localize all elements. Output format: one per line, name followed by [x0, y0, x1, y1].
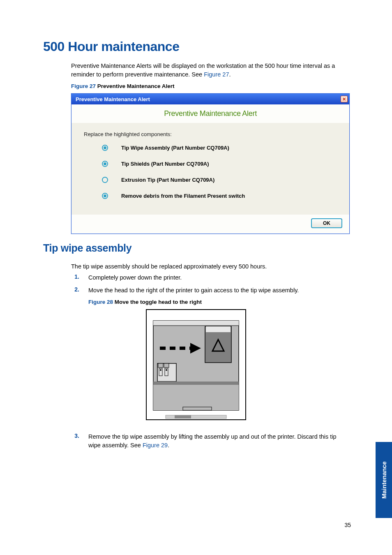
step-list: 1. Completely power down the printer. 2.…: [71, 273, 349, 295]
step-1: 1. Completely power down the printer.: [71, 273, 349, 282]
step-number: 3.: [71, 432, 79, 450]
svg-rect-2: [153, 321, 239, 326]
dialog-item-label: Remove debris from the Filament Present …: [121, 193, 245, 199]
dialog-item-tip-shields: Tip Shields (Part Number CQ709A): [102, 161, 341, 167]
step-text: Completely power down the printer.: [88, 273, 349, 282]
dialog-item-label: Tip Shields (Part Number CQ709A): [121, 161, 209, 167]
svg-rect-15: [153, 385, 239, 410]
step-3: 3. Remove the tip wipe assembly by lifti…: [71, 432, 349, 450]
figure-28-lead: Figure 28: [88, 299, 113, 305]
step-text: Move the head to the right of the printe…: [88, 286, 349, 295]
step-list-cont: 3. Remove the tip wipe assembly by lifti…: [71, 432, 349, 450]
dialog-item-label: Extrusion Tip (Part Number CQ709A): [121, 177, 214, 183]
intro-text: Preventive Maintenance Alerts will be di…: [71, 62, 335, 78]
svg-rect-8: [158, 363, 163, 368]
figure-27-lead: Figure 27: [71, 83, 96, 89]
subsection-title: Tip wipe assembly: [43, 242, 349, 254]
dialog-footer: OK: [71, 215, 349, 234]
section-tab-label: Maintenance: [380, 461, 387, 499]
figure-27-caption: Figure 27 Preventive Maintenance Alert: [71, 83, 349, 89]
dialog-body: Replace the highlighted components: Tip …: [71, 123, 349, 215]
dialog-item-tip-wipe: Tip Wipe Assembly (Part Number CQ709A): [102, 145, 341, 151]
close-icon[interactable]: ✕: [341, 96, 348, 102]
dialog-item-extrusion-tip: Extrusion Tip (Part Number CQ709A): [102, 177, 341, 183]
ok-button[interactable]: OK: [311, 219, 342, 228]
intro-tail: .: [229, 71, 231, 78]
svg-rect-9: [164, 363, 169, 368]
dialog-titlebar: Preventive Maintenance Alert ✕: [71, 94, 349, 104]
figure-27-title: Preventive Maintenance Alert: [96, 83, 175, 89]
section-title: 500 Hour maintenance: [43, 39, 349, 54]
figure-28-image: [43, 309, 349, 420]
figure-28-caption: Figure 28 Move the toggle head to the ri…: [88, 299, 349, 305]
step-2: 2. Move the head to the right of the pri…: [71, 286, 349, 295]
section-tab-maintenance: Maintenance: [376, 442, 392, 518]
svg-rect-5: [206, 326, 231, 332]
step-3-tail: .: [168, 442, 169, 449]
svg-point-12: [160, 369, 161, 371]
figure-28-title: Move the toggle head to the right: [113, 299, 202, 305]
dialog-item-remove-debris: Remove debris from the Filament Present …: [102, 193, 341, 199]
svg-rect-14: [153, 382, 239, 385]
radio-unselected-icon[interactable]: [102, 177, 108, 183]
figure-27-link[interactable]: Figure 27: [204, 71, 229, 78]
radio-selected-icon[interactable]: [102, 161, 108, 167]
preventive-maintenance-dialog: Preventive Maintenance Alert ✕ Preventiv…: [71, 93, 350, 234]
svg-point-13: [166, 369, 167, 371]
figure-29-link[interactable]: Figure 29: [143, 442, 168, 449]
step-3-text: Remove the tip wipe assembly by lifting …: [88, 433, 337, 449]
radio-selected-icon[interactable]: [102, 193, 108, 199]
dialog-instruction: Replace the highlighted components:: [84, 131, 341, 137]
dialog-item-label: Tip Wipe Assembly (Part Number CQ709A): [121, 145, 229, 151]
dialog-heading: Preventive Maintenance Alert: [71, 104, 349, 123]
svg-rect-18: [175, 415, 191, 419]
step-number: 2.: [71, 286, 79, 295]
intro-paragraph: Preventive Maintenance Alerts will be di…: [71, 62, 349, 79]
step-text: Remove the tip wipe assembly by lifting …: [88, 432, 349, 450]
radio-selected-icon[interactable]: [102, 145, 108, 151]
dialog-titlebar-text: Preventive Maintenance Alert: [76, 96, 150, 102]
subsection-intro: The tip wipe assembly should be replaced…: [71, 262, 349, 271]
step-number: 1.: [71, 273, 79, 282]
page-number: 35: [344, 522, 351, 528]
